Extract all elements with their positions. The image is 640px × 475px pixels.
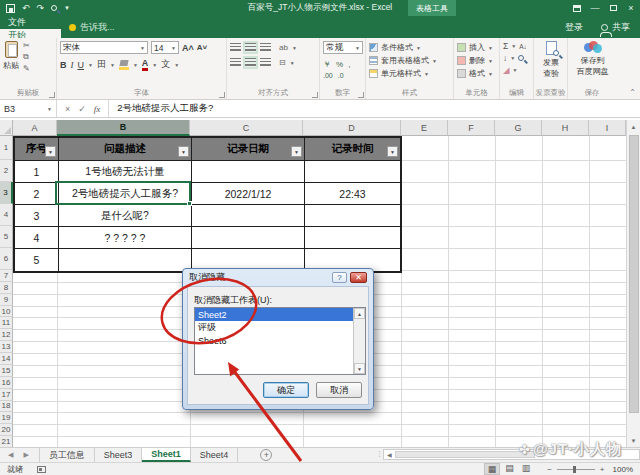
collapse-ribbon-icon[interactable]: ⌃ bbox=[629, 88, 636, 97]
formula-content[interactable]: 2号地磅提示人工服务? bbox=[109, 102, 213, 115]
row-header[interactable]: 12 bbox=[0, 329, 13, 341]
increase-decimal-icon[interactable]: .00 bbox=[323, 72, 333, 79]
name-box-dropdown-icon[interactable]: ▼ bbox=[47, 106, 52, 112]
conditional-formatting-button[interactable]: 条件格式▼ bbox=[369, 41, 451, 54]
zoom-slider[interactable] bbox=[557, 469, 595, 470]
row-header[interactable]: 20 bbox=[0, 424, 13, 436]
page-break-view-icon[interactable]: ▥ bbox=[519, 463, 534, 475]
decrease-decimal-icon[interactable]: .0 bbox=[338, 72, 344, 79]
zoom-level[interactable]: 100% bbox=[613, 465, 633, 474]
insert-cells-button[interactable]: 插入▼ bbox=[457, 41, 497, 54]
cell[interactable]: 4 bbox=[15, 227, 59, 249]
filter-dropdown-icon[interactable]: ▼ bbox=[45, 146, 56, 157]
sheet-list-item[interactable]: Sheet6 bbox=[195, 334, 365, 347]
format-cells-button[interactable]: 格式▼ bbox=[457, 67, 497, 80]
cell[interactable]: 2 bbox=[15, 183, 59, 205]
scroll-down-icon[interactable]: ▼ bbox=[627, 434, 640, 447]
grow-font-icon[interactable]: A˄ bbox=[182, 43, 194, 53]
orientation-icon[interactable]: ab bbox=[279, 43, 288, 52]
column-header[interactable]: I bbox=[589, 120, 626, 136]
scroll-up-icon[interactable]: ▲ bbox=[627, 120, 640, 133]
bold-button[interactable]: B bbox=[60, 60, 67, 70]
align-middle-icon[interactable] bbox=[245, 43, 256, 52]
scroll-left-icon[interactable]: ◀ bbox=[384, 451, 395, 458]
row-header[interactable]: 6 bbox=[0, 248, 13, 270]
fill-icon[interactable]: ↓ bbox=[503, 53, 507, 63]
find-select-icon[interactable] bbox=[518, 55, 524, 61]
merge-center-icon[interactable]: ⊟ bbox=[279, 58, 286, 67]
vertical-scrollbar[interactable]: ▲ ▼ bbox=[626, 120, 640, 447]
number-dialog-launcher[interactable] bbox=[358, 92, 364, 98]
ribbon-tab[interactable]: 文件 bbox=[0, 16, 61, 29]
row-header[interactable]: 9 bbox=[0, 294, 13, 306]
listbox-scrollbar[interactable]: ▲ ▼ bbox=[353, 308, 365, 374]
zoom-out-icon[interactable]: − bbox=[547, 465, 552, 474]
ok-button[interactable]: 确定 bbox=[263, 382, 309, 398]
cell[interactable] bbox=[305, 205, 400, 227]
vertical-scroll-thumb[interactable] bbox=[629, 135, 639, 413]
cell[interactable] bbox=[192, 227, 305, 249]
redo-icon[interactable]: ↷ bbox=[37, 3, 45, 13]
align-right-icon[interactable] bbox=[260, 58, 271, 67]
row-header[interactable]: 1 bbox=[0, 136, 13, 160]
autosum-icon[interactable]: Σ bbox=[503, 41, 508, 51]
cell[interactable] bbox=[192, 205, 305, 227]
insert-function-icon[interactable]: fx bbox=[94, 104, 101, 114]
cell[interactable] bbox=[305, 227, 400, 249]
restore-button[interactable] bbox=[604, 0, 622, 16]
cell[interactable] bbox=[192, 161, 305, 183]
font-color-icon[interactable]: A bbox=[142, 59, 149, 71]
column-header[interactable]: B bbox=[57, 120, 190, 136]
clipboard-dialog-launcher[interactable] bbox=[49, 92, 55, 98]
close-button[interactable]: × bbox=[622, 0, 640, 16]
header-cell[interactable]: 序号▼ bbox=[15, 138, 59, 161]
name-box[interactable]: B3 ▼ bbox=[0, 100, 57, 117]
phonetic-icon[interactable]: 文 bbox=[161, 58, 170, 71]
cell[interactable]: 3 bbox=[15, 205, 59, 227]
comma-icon[interactable]: , bbox=[348, 60, 350, 69]
row-header[interactable]: 8 bbox=[0, 282, 13, 294]
header-cell[interactable]: 记录时间▼ bbox=[305, 138, 400, 161]
accounting-format-icon[interactable]: ￥ bbox=[323, 59, 331, 70]
cell[interactable]: 2022/1/12 bbox=[192, 183, 305, 205]
zoom-in-icon[interactable]: + bbox=[600, 465, 605, 474]
row-header[interactable]: 5 bbox=[0, 226, 13, 248]
save-icon[interactable] bbox=[6, 4, 15, 13]
macro-record-icon[interactable] bbox=[37, 466, 46, 473]
cell[interactable]: 22:43 bbox=[305, 183, 400, 205]
italic-button[interactable]: I bbox=[71, 60, 74, 70]
cell[interactable] bbox=[305, 161, 400, 183]
sign-in-button[interactable]: 登录 bbox=[557, 16, 591, 38]
cell[interactable]: 1号地磅无法计量 bbox=[59, 161, 192, 183]
row-header[interactable]: 18 bbox=[0, 401, 13, 413]
cut-icon[interactable]: ✂ bbox=[23, 41, 30, 50]
percent-icon[interactable]: % bbox=[336, 60, 343, 69]
cell[interactable]: 1 bbox=[15, 161, 59, 183]
row-header[interactable]: 3 bbox=[0, 182, 13, 204]
fill-color-icon[interactable] bbox=[119, 60, 129, 70]
horizontal-scroll-thumb[interactable] bbox=[395, 451, 535, 458]
cell[interactable] bbox=[59, 249, 192, 271]
sheet-tab[interactable]: 员工信息 bbox=[39, 448, 95, 462]
filter-dropdown-icon[interactable]: ▼ bbox=[387, 146, 398, 157]
share-button[interactable]: 共享 bbox=[591, 16, 640, 38]
column-header[interactable]: H bbox=[542, 120, 589, 136]
row-header[interactable]: 15 bbox=[0, 365, 13, 377]
header-cell[interactable]: 问题描述▼ bbox=[59, 138, 192, 161]
next-sheet-icon[interactable]: ▶ bbox=[23, 451, 28, 459]
number-format-combo[interactable]: 常规▼ bbox=[323, 41, 363, 54]
normal-view-icon[interactable]: ▦ bbox=[484, 463, 501, 475]
cell[interactable]: 是什么呢? bbox=[59, 205, 192, 227]
cancel-button[interactable]: 取消 bbox=[316, 382, 362, 398]
row-header[interactable]: 14 bbox=[0, 353, 13, 365]
sort-filter-icon[interactable]: A↓ bbox=[519, 43, 527, 50]
dialog-help-icon[interactable]: ? bbox=[332, 272, 347, 283]
cell[interactable]: 5 bbox=[15, 249, 59, 271]
align-left-icon[interactable] bbox=[230, 58, 241, 67]
select-all-corner[interactable] bbox=[0, 120, 13, 136]
row-header[interactable]: 13 bbox=[0, 341, 13, 353]
tell-me-box[interactable]: 告诉我... bbox=[61, 16, 123, 38]
header-cell[interactable]: 记录日期▼ bbox=[192, 138, 305, 161]
dialog-title-bar[interactable]: 取消隐藏 ? ✕ bbox=[183, 269, 373, 285]
sheet-tab[interactable]: Sheet3 bbox=[95, 448, 143, 462]
